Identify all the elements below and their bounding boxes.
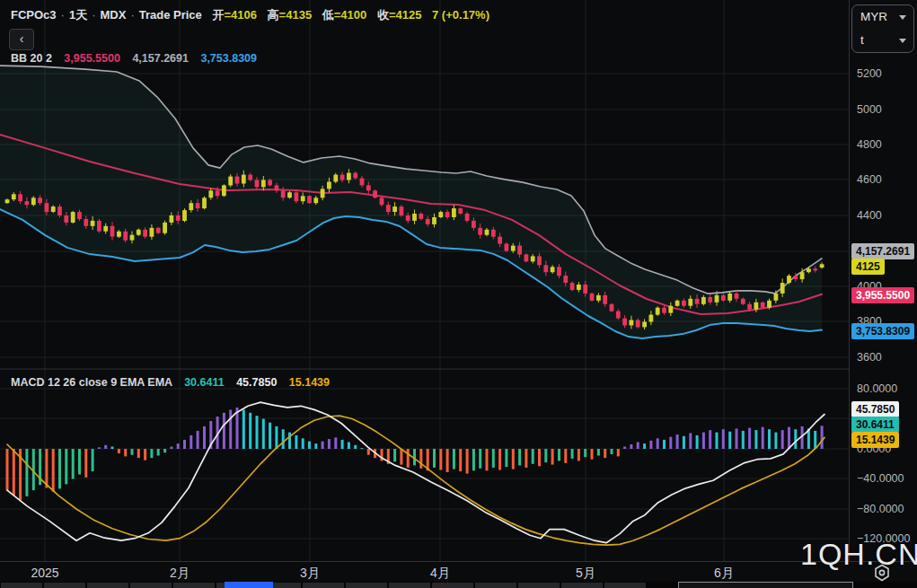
candle-body: [563, 276, 568, 283]
macd-histogram-bar: [505, 449, 507, 467]
price-axis-badge: 3,955.5500: [851, 287, 914, 303]
macd-histogram-bar: [716, 433, 719, 449]
macd-histogram-bar: [479, 449, 481, 469]
macd-histogram-bar: [256, 416, 259, 449]
candle-body: [208, 190, 213, 197]
settings-icon[interactable]: [872, 563, 892, 586]
candle-body: [18, 194, 22, 201]
macd-histogram-bar: [242, 409, 245, 449]
bottom-strip-cell: [518, 583, 560, 588]
price-axis-badge: 4125: [851, 259, 885, 275]
candle-body: [57, 206, 62, 215]
interval-label: 1天: [69, 8, 87, 22]
macd-histogram-bar: [459, 449, 462, 471]
candle-body: [682, 301, 686, 306]
time-axis-label: 4月: [430, 566, 450, 582]
macd-histogram-bar: [144, 449, 146, 461]
candle-body: [110, 226, 115, 237]
candle-body: [150, 228, 154, 237]
change-value: 7 (+0.17%): [432, 8, 489, 22]
candle-body: [196, 203, 200, 208]
trading-chart-app: FCPOc3·1天·MDX·Trade Price 开=4106 高=4135 …: [0, 0, 917, 588]
watermark: 1QH.CN: [800, 537, 917, 572]
macd-histogram-bar: [762, 427, 764, 449]
macd-histogram-bar: [177, 443, 180, 449]
macd-histogram-bar: [492, 449, 495, 468]
macd-axis-label: 80.0000: [857, 382, 897, 395]
exchange-label: MDX: [101, 8, 127, 22]
macd-histogram-bar: [302, 438, 304, 449]
time-axis-label: 2025: [31, 566, 58, 580]
macd-histogram-bar: [6, 449, 9, 490]
unit-dropdown[interactable]: t: [852, 29, 913, 52]
macd-histogram-bar: [774, 433, 777, 449]
candle-body: [419, 214, 423, 219]
macd-histogram-bar: [52, 449, 55, 492]
chart-legend-symbol-row[interactable]: FCPOc3·1天·MDX·Trade Price 开=4106 高=4135 …: [11, 7, 489, 23]
macd-legend-row[interactable]: MACD 12 26 close 9 EMA EMA 30.6411 45.78…: [11, 376, 330, 389]
macd-histogram-bar: [348, 443, 350, 450]
bottom-strip-active-cell[interactable]: [225, 582, 273, 588]
close-label: 收: [377, 8, 389, 22]
bb-title: BB 20 2: [11, 52, 52, 65]
bottom-strip-cell: [475, 583, 516, 588]
candle-body: [5, 199, 10, 203]
macd-histogram-bar: [754, 430, 757, 449]
price-and-macd-chart-canvas[interactable]: [0, 0, 849, 561]
candle-body: [281, 190, 286, 197]
candle-body: [321, 189, 325, 197]
macd-histogram-bar: [551, 449, 554, 465]
bottom-strip-range-box[interactable]: [678, 582, 853, 588]
candle-body: [327, 182, 331, 189]
macd-axis-badge: 45.7850: [851, 401, 899, 417]
price-axis-label: 5000: [857, 103, 882, 116]
chevron-down-icon: [899, 15, 906, 20]
candle-body: [130, 235, 135, 241]
unit-selector: MYR t: [851, 4, 914, 53]
macd-histogram-bar: [367, 449, 370, 455]
macd-histogram-bar: [544, 449, 547, 462]
macd-histogram-bar: [124, 449, 127, 456]
candle-body: [426, 219, 430, 224]
candle-body: [242, 175, 246, 184]
macd-histogram-bar: [564, 449, 567, 463]
time-axis-scale[interactable]: 20252月3月4月5月6月: [0, 561, 917, 583]
currency-dropdown[interactable]: MYR: [852, 5, 913, 29]
candle-body: [721, 295, 726, 301]
candle-body: [551, 267, 555, 272]
candle-body: [708, 297, 712, 303]
candle-body: [701, 297, 706, 304]
candle-body: [478, 228, 482, 235]
candle-body: [170, 215, 174, 223]
bottom-strip-cell: [389, 583, 430, 588]
open-label: 开: [212, 8, 224, 22]
macd-line-value: 45.7850: [236, 376, 277, 389]
back-icon: ‹: [20, 31, 24, 46]
candle-body: [432, 217, 436, 224]
symbol-name: FCPOc3: [11, 8, 57, 22]
candle-body: [577, 285, 581, 290]
candle-body: [406, 215, 410, 221]
candle-body: [51, 206, 56, 212]
bollinger-legend-row[interactable]: BB 20 2 3,955.5500 4,157.2691 3,753.8309: [11, 52, 257, 65]
back-button[interactable]: ‹: [9, 29, 34, 50]
macd-histogram-bar: [611, 449, 613, 454]
macd-histogram-bar: [748, 428, 751, 449]
macd-histogram-bar: [131, 449, 134, 455]
bottom-strip-cell: [44, 583, 85, 588]
bottom-strip-cell: [87, 583, 128, 588]
candle-body: [235, 177, 240, 184]
macd-signal-line: [7, 416, 824, 545]
candle-body: [511, 246, 516, 251]
candle-body: [380, 197, 384, 205]
macd-histogram-bar: [669, 437, 672, 449]
bottom-strip-cell: [303, 583, 344, 588]
macd-histogram-bar: [288, 433, 291, 449]
low-value: =4100: [334, 8, 367, 22]
candle-body: [261, 180, 266, 188]
candle-body: [531, 256, 535, 261]
macd-histogram-bar: [190, 435, 192, 449]
candle-body: [472, 221, 476, 228]
macd-line: [7, 402, 824, 543]
price-axis-scale[interactable]: 5200500048004600440040003800360080.00000…: [849, 0, 917, 588]
